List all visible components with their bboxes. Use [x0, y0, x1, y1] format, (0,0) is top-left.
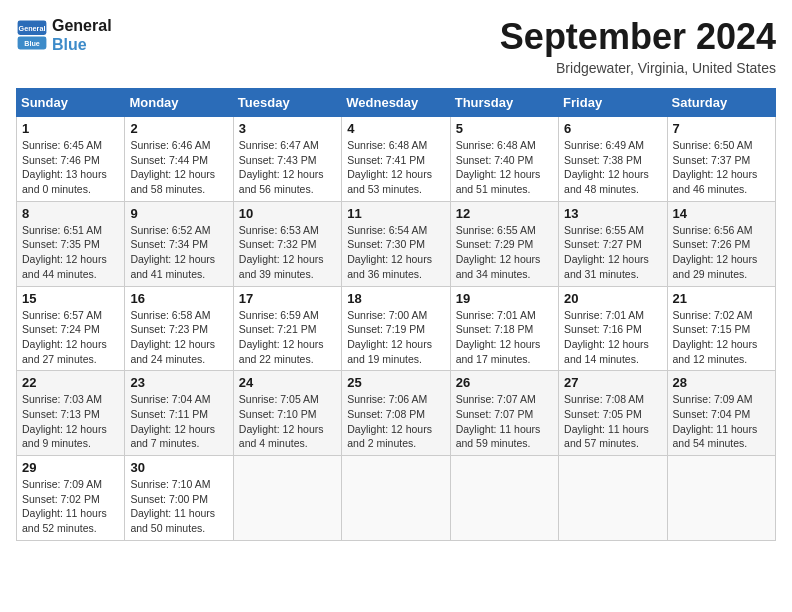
day-info: Sunrise: 7:04 AM Sunset: 7:11 PM Dayligh…	[130, 392, 227, 451]
calendar-cell: 4 Sunrise: 6:48 AM Sunset: 7:41 PM Dayli…	[342, 117, 450, 202]
day-info: Sunrise: 6:51 AM Sunset: 7:35 PM Dayligh…	[22, 223, 119, 282]
header-friday: Friday	[559, 89, 667, 117]
calendar-cell: 20 Sunrise: 7:01 AM Sunset: 7:16 PM Dayl…	[559, 286, 667, 371]
calendar-cell: 25 Sunrise: 7:06 AM Sunset: 7:08 PM Dayl…	[342, 371, 450, 456]
page-header: General Blue General Blue September 2024…	[16, 16, 776, 76]
day-number: 27	[564, 375, 661, 390]
day-number: 9	[130, 206, 227, 221]
day-number: 19	[456, 291, 553, 306]
day-number: 21	[673, 291, 770, 306]
day-number: 28	[673, 375, 770, 390]
calendar-cell	[559, 456, 667, 541]
day-number: 17	[239, 291, 336, 306]
day-number: 5	[456, 121, 553, 136]
calendar-cell: 27 Sunrise: 7:08 AM Sunset: 7:05 PM Dayl…	[559, 371, 667, 456]
month-title: September 2024	[500, 16, 776, 58]
day-info: Sunrise: 6:59 AM Sunset: 7:21 PM Dayligh…	[239, 308, 336, 367]
day-info: Sunrise: 6:54 AM Sunset: 7:30 PM Dayligh…	[347, 223, 444, 282]
day-number: 8	[22, 206, 119, 221]
day-info: Sunrise: 6:58 AM Sunset: 7:23 PM Dayligh…	[130, 308, 227, 367]
day-number: 16	[130, 291, 227, 306]
day-number: 7	[673, 121, 770, 136]
day-info: Sunrise: 6:47 AM Sunset: 7:43 PM Dayligh…	[239, 138, 336, 197]
logo-general: General	[52, 16, 112, 35]
day-number: 11	[347, 206, 444, 221]
header-thursday: Thursday	[450, 89, 558, 117]
calendar-cell: 18 Sunrise: 7:00 AM Sunset: 7:19 PM Dayl…	[342, 286, 450, 371]
day-info: Sunrise: 6:48 AM Sunset: 7:40 PM Dayligh…	[456, 138, 553, 197]
day-info: Sunrise: 7:09 AM Sunset: 7:02 PM Dayligh…	[22, 477, 119, 536]
day-number: 23	[130, 375, 227, 390]
calendar-cell: 26 Sunrise: 7:07 AM Sunset: 7:07 PM Dayl…	[450, 371, 558, 456]
header-monday: Monday	[125, 89, 233, 117]
day-info: Sunrise: 6:49 AM Sunset: 7:38 PM Dayligh…	[564, 138, 661, 197]
calendar-cell: 14 Sunrise: 6:56 AM Sunset: 7:26 PM Dayl…	[667, 201, 775, 286]
day-info: Sunrise: 7:09 AM Sunset: 7:04 PM Dayligh…	[673, 392, 770, 451]
day-info: Sunrise: 6:50 AM Sunset: 7:37 PM Dayligh…	[673, 138, 770, 197]
day-info: Sunrise: 6:46 AM Sunset: 7:44 PM Dayligh…	[130, 138, 227, 197]
calendar-table: Sunday Monday Tuesday Wednesday Thursday…	[16, 88, 776, 541]
calendar-cell	[233, 456, 341, 541]
calendar-cell: 19 Sunrise: 7:01 AM Sunset: 7:18 PM Dayl…	[450, 286, 558, 371]
day-info: Sunrise: 6:55 AM Sunset: 7:27 PM Dayligh…	[564, 223, 661, 282]
day-info: Sunrise: 7:03 AM Sunset: 7:13 PM Dayligh…	[22, 392, 119, 451]
calendar-cell: 6 Sunrise: 6:49 AM Sunset: 7:38 PM Dayli…	[559, 117, 667, 202]
day-number: 22	[22, 375, 119, 390]
calendar-cell: 1 Sunrise: 6:45 AM Sunset: 7:46 PM Dayli…	[17, 117, 125, 202]
day-info: Sunrise: 7:00 AM Sunset: 7:19 PM Dayligh…	[347, 308, 444, 367]
calendar-cell: 21 Sunrise: 7:02 AM Sunset: 7:15 PM Dayl…	[667, 286, 775, 371]
day-info: Sunrise: 7:07 AM Sunset: 7:07 PM Dayligh…	[456, 392, 553, 451]
calendar-cell	[667, 456, 775, 541]
calendar-cell: 10 Sunrise: 6:53 AM Sunset: 7:32 PM Dayl…	[233, 201, 341, 286]
day-number: 3	[239, 121, 336, 136]
day-number: 15	[22, 291, 119, 306]
day-info: Sunrise: 7:05 AM Sunset: 7:10 PM Dayligh…	[239, 392, 336, 451]
calendar-cell: 2 Sunrise: 6:46 AM Sunset: 7:44 PM Dayli…	[125, 117, 233, 202]
calendar-cell: 7 Sunrise: 6:50 AM Sunset: 7:37 PM Dayli…	[667, 117, 775, 202]
calendar-cell: 23 Sunrise: 7:04 AM Sunset: 7:11 PM Dayl…	[125, 371, 233, 456]
day-number: 2	[130, 121, 227, 136]
day-number: 25	[347, 375, 444, 390]
svg-text:Blue: Blue	[24, 39, 40, 48]
day-number: 26	[456, 375, 553, 390]
day-number: 24	[239, 375, 336, 390]
calendar-cell: 22 Sunrise: 7:03 AM Sunset: 7:13 PM Dayl…	[17, 371, 125, 456]
day-number: 6	[564, 121, 661, 136]
day-number: 18	[347, 291, 444, 306]
calendar-cell: 28 Sunrise: 7:09 AM Sunset: 7:04 PM Dayl…	[667, 371, 775, 456]
day-number: 1	[22, 121, 119, 136]
calendar-cell: 24 Sunrise: 7:05 AM Sunset: 7:10 PM Dayl…	[233, 371, 341, 456]
day-info: Sunrise: 7:01 AM Sunset: 7:18 PM Dayligh…	[456, 308, 553, 367]
location-subtitle: Bridgewater, Virginia, United States	[500, 60, 776, 76]
day-info: Sunrise: 6:53 AM Sunset: 7:32 PM Dayligh…	[239, 223, 336, 282]
day-info: Sunrise: 7:10 AM Sunset: 7:00 PM Dayligh…	[130, 477, 227, 536]
header-wednesday: Wednesday	[342, 89, 450, 117]
calendar-cell: 5 Sunrise: 6:48 AM Sunset: 7:40 PM Dayli…	[450, 117, 558, 202]
day-info: Sunrise: 7:01 AM Sunset: 7:16 PM Dayligh…	[564, 308, 661, 367]
logo: General Blue General Blue	[16, 16, 112, 54]
day-info: Sunrise: 6:57 AM Sunset: 7:24 PM Dayligh…	[22, 308, 119, 367]
day-info: Sunrise: 7:06 AM Sunset: 7:08 PM Dayligh…	[347, 392, 444, 451]
calendar-header-row: Sunday Monday Tuesday Wednesday Thursday…	[17, 89, 776, 117]
header-tuesday: Tuesday	[233, 89, 341, 117]
day-info: Sunrise: 6:55 AM Sunset: 7:29 PM Dayligh…	[456, 223, 553, 282]
logo-icon: General Blue	[16, 19, 48, 51]
calendar-cell: 9 Sunrise: 6:52 AM Sunset: 7:34 PM Dayli…	[125, 201, 233, 286]
day-number: 4	[347, 121, 444, 136]
calendar-cell: 16 Sunrise: 6:58 AM Sunset: 7:23 PM Dayl…	[125, 286, 233, 371]
day-info: Sunrise: 6:52 AM Sunset: 7:34 PM Dayligh…	[130, 223, 227, 282]
header-saturday: Saturday	[667, 89, 775, 117]
header-sunday: Sunday	[17, 89, 125, 117]
day-number: 13	[564, 206, 661, 221]
calendar-cell: 17 Sunrise: 6:59 AM Sunset: 7:21 PM Dayl…	[233, 286, 341, 371]
day-info: Sunrise: 7:08 AM Sunset: 7:05 PM Dayligh…	[564, 392, 661, 451]
title-block: September 2024 Bridgewater, Virginia, Un…	[500, 16, 776, 76]
day-number: 30	[130, 460, 227, 475]
day-number: 20	[564, 291, 661, 306]
calendar-cell: 13 Sunrise: 6:55 AM Sunset: 7:27 PM Dayl…	[559, 201, 667, 286]
svg-text:General: General	[19, 24, 46, 33]
calendar-cell	[342, 456, 450, 541]
calendar-cell: 8 Sunrise: 6:51 AM Sunset: 7:35 PM Dayli…	[17, 201, 125, 286]
calendar-cell: 30 Sunrise: 7:10 AM Sunset: 7:00 PM Dayl…	[125, 456, 233, 541]
day-info: Sunrise: 6:48 AM Sunset: 7:41 PM Dayligh…	[347, 138, 444, 197]
